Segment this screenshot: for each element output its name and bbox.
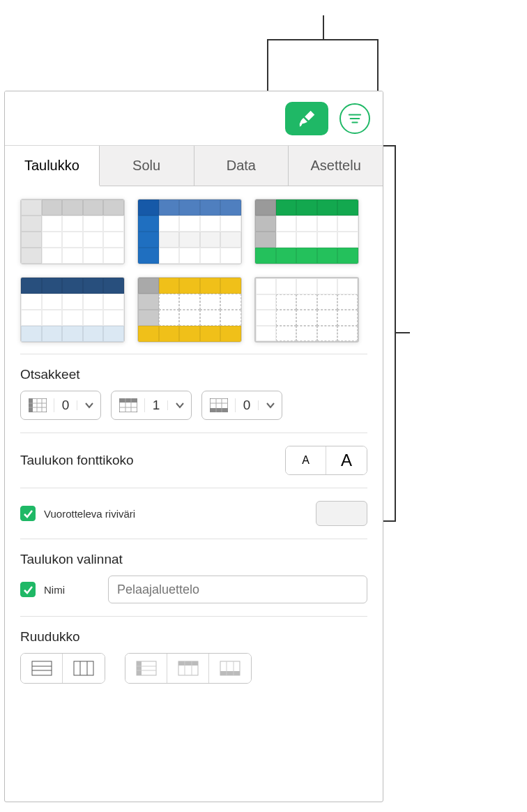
tab-content: Otsakkeet 0 1: [5, 186, 383, 802]
tab-taulukko[interactable]: Taulukko: [5, 146, 100, 186]
name-checkbox[interactable]: Nimi: [20, 582, 97, 597]
table-styles-grid: [20, 199, 367, 354]
svg-rect-19: [32, 661, 52, 675]
section-headers: Otsakkeet 0 1: [20, 354, 367, 433]
section-font-size: Taulukon fonttikoko A A: [20, 433, 367, 488]
section-alt-row: Vuorotteleva riviväri: [20, 488, 367, 539]
grid-footer-rows-button[interactable]: [209, 654, 251, 683]
chevron-down-icon: [77, 400, 100, 410]
table-style-navy[interactable]: [20, 277, 125, 343]
inspector-tabs: Taulukko Solu Data Asettelu: [5, 146, 383, 186]
alt-row-color-swatch[interactable]: [316, 501, 367, 526]
footer-rows-value: 0: [236, 398, 258, 413]
name-label: Nimi: [44, 584, 65, 596]
organize-icon: [347, 111, 362, 126]
organize-button[interactable]: [339, 103, 370, 134]
checkbox-checked-icon: [20, 506, 36, 521]
font-size-title: Taulukon fonttikoko: [20, 453, 134, 468]
grid-horizontal-lines-button[interactable]: [21, 654, 63, 683]
header-columns-stepper[interactable]: 0: [20, 391, 101, 420]
table-style-gold[interactable]: [137, 277, 242, 343]
table-style-blue[interactable]: [137, 199, 242, 264]
grid-header-cols-button[interactable]: [125, 654, 167, 683]
tab-data[interactable]: Data: [194, 146, 289, 186]
chevron-down-icon: [258, 400, 282, 410]
svg-rect-15: [210, 408, 228, 412]
header-columns-icon: [21, 398, 54, 412]
inspector-panel: Taulukko Solu Data Asettelu: [4, 91, 383, 802]
chevron-down-icon: [167, 400, 191, 410]
footer-rows-icon: [202, 398, 236, 412]
callout-top: [267, 15, 379, 92]
header-rows-icon: [112, 398, 145, 412]
footer-rows-stepper[interactable]: 0: [201, 391, 282, 420]
headers-title: Otsakkeet: [20, 367, 367, 382]
callout-right: [382, 145, 410, 522]
svg-rect-22: [74, 661, 93, 675]
svg-rect-26: [137, 661, 142, 675]
options-title: Taulukon valinnat: [20, 552, 367, 567]
svg-rect-4: [29, 398, 33, 412]
grid-title: Ruudukko: [20, 629, 367, 645]
grid-header-rows-button[interactable]: [167, 654, 209, 683]
font-size-segment: A A: [285, 446, 367, 475]
brush-icon: [296, 108, 317, 129]
table-name-input[interactable]: [108, 576, 367, 603]
tab-asettelu[interactable]: Asettelu: [289, 146, 383, 186]
grid-header-segment: [125, 653, 252, 684]
format-brush-button[interactable]: [285, 102, 328, 135]
svg-rect-10: [119, 398, 137, 403]
table-style-outline[interactable]: [254, 277, 359, 343]
inspector-toolbar: [5, 91, 383, 146]
svg-rect-34: [220, 671, 240, 675]
header-rows-value: 1: [145, 398, 167, 413]
checkbox-checked-icon: [20, 582, 36, 597]
table-style-gray[interactable]: [20, 199, 125, 264]
grid-vertical-lines-button[interactable]: [63, 654, 105, 683]
header-rows-stepper[interactable]: 1: [111, 391, 192, 420]
tab-solu[interactable]: Solu: [100, 146, 194, 186]
alt-row-checkbox[interactable]: Vuorotteleva riviväri: [20, 506, 135, 521]
section-grid: Ruudukko: [20, 617, 367, 696]
alt-row-label: Vuorotteleva riviväri: [44, 508, 135, 520]
svg-rect-30: [178, 661, 198, 666]
grid-body-segment: [20, 653, 105, 684]
table-style-green[interactable]: [254, 199, 359, 264]
section-table-options: Taulukon valinnat Nimi: [20, 539, 367, 617]
font-size-increase-button[interactable]: A: [326, 446, 367, 474]
header-columns-value: 0: [54, 398, 77, 413]
font-size-decrease-button[interactable]: A: [286, 446, 326, 474]
